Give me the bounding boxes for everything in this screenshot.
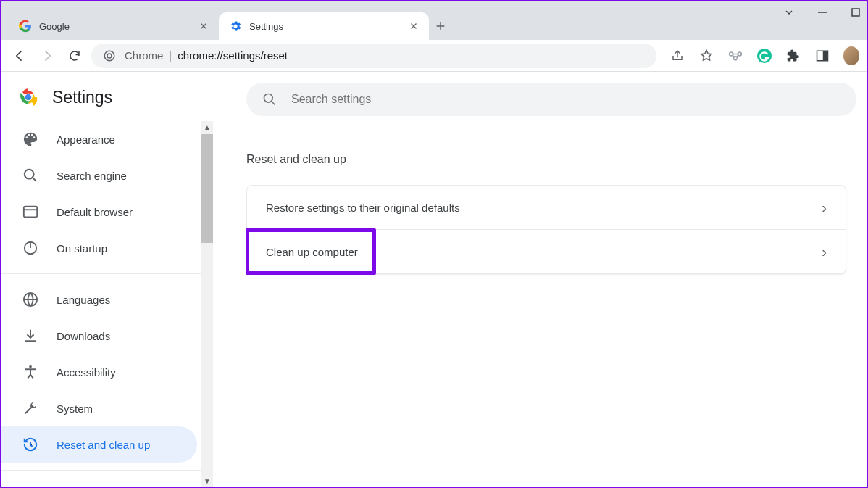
bookmark-star-icon[interactable] [698, 48, 714, 64]
sidebar-label: Appearance [57, 133, 115, 146]
extension-link-icon[interactable] [727, 48, 743, 64]
address-separator: | [169, 49, 172, 62]
browser-icon [22, 203, 39, 220]
row-restore-defaults[interactable]: Restore settings to their original defau… [247, 186, 846, 229]
browser-tab-strip: Google Settings [1, 1, 867, 40]
maximize-button[interactable] [849, 6, 862, 19]
svg-point-10 [25, 94, 31, 100]
sidebar-scrollbar[interactable]: ▲ ▼ [201, 121, 213, 487]
sidebar-label: Search engine [57, 170, 127, 182]
reset-card: Restore settings to their original defau… [246, 185, 846, 274]
power-icon [22, 239, 39, 257]
palette-icon [22, 131, 39, 148]
settings-favicon [229, 20, 242, 33]
sidebar-divider [1, 470, 204, 471]
svg-point-2 [107, 54, 112, 58]
sidebar-label: Accessibility [57, 366, 116, 379]
sidebar-label: Reset and clean up [57, 439, 150, 451]
download-icon [22, 327, 39, 344]
close-tab-icon[interactable] [407, 20, 420, 33]
sidebar-item-reset[interactable]: Reset and clean up [1, 426, 197, 463]
accessibility-icon [22, 363, 39, 381]
back-button[interactable] [9, 45, 30, 67]
search-settings-input[interactable]: Search settings [246, 83, 856, 116]
restore-icon [22, 436, 39, 453]
svg-point-13 [25, 170, 34, 179]
chevron-right-icon: › [822, 244, 827, 260]
svg-point-12 [264, 94, 273, 103]
sidebar-item-on-startup[interactable]: On startup [1, 230, 197, 266]
minimize-button[interactable] [816, 6, 829, 19]
row-clean-up-computer[interactable]: Clean up computer › [247, 230, 846, 273]
sidebar-item-default-browser[interactable]: Default browser [1, 194, 197, 230]
search-icon [22, 167, 39, 184]
close-tab-icon[interactable] [197, 20, 210, 33]
google-favicon [19, 20, 32, 33]
scroll-up-icon[interactable]: ▲ [201, 121, 213, 133]
profile-avatar[interactable] [843, 48, 859, 64]
svg-rect-8 [824, 51, 828, 61]
sidebar-item-search-engine[interactable]: Search engine [1, 157, 197, 194]
sidebar-item-appearance[interactable]: Appearance [1, 121, 197, 157]
grammarly-ext-icon[interactable] [756, 48, 772, 64]
extensions-icon[interactable] [785, 48, 801, 64]
sidebar-item-languages[interactable]: Languages [1, 281, 197, 318]
settings-sidebar: Appearance Search engine Default browser… [1, 121, 213, 487]
sidebar-label: System [57, 402, 93, 415]
tab-settings[interactable]: Settings [219, 12, 429, 40]
sidebar-label: On startup [57, 242, 107, 255]
scroll-down-icon[interactable]: ▼ [201, 475, 213, 487]
row-label: Restore settings to their original defau… [266, 202, 822, 214]
sidebar-item-system[interactable]: System [1, 390, 197, 426]
svg-point-17 [29, 365, 32, 368]
chevron-down-icon[interactable] [783, 6, 796, 19]
sidebar-item-accessibility[interactable]: Accessibility [1, 354, 197, 390]
share-icon[interactable] [669, 48, 685, 64]
chrome-logo-icon [19, 88, 38, 107]
new-tab-button[interactable] [429, 15, 452, 38]
svg-point-1 [104, 51, 114, 61]
settings-main: Reset and clean up Restore settings to t… [226, 128, 867, 487]
sidebar-label: Languages [57, 294, 110, 306]
sidebar-label: Default browser [57, 206, 133, 218]
sidebar-label: Downloads [57, 330, 110, 342]
address-scheme: Chrome [125, 49, 163, 62]
svg-rect-14 [24, 207, 37, 218]
globe-icon [22, 291, 39, 308]
chevron-right-icon: › [822, 199, 827, 216]
reload-button[interactable] [64, 45, 85, 67]
address-bar[interactable]: Chrome | chrome://settings/reset [91, 44, 656, 68]
section-title: Reset and clean up [246, 153, 846, 166]
page-title: Settings [52, 88, 112, 107]
scrollbar-thumb[interactable] [201, 134, 213, 243]
toolbar-actions [669, 48, 859, 64]
search-icon [262, 92, 277, 107]
window-controls [783, 1, 862, 23]
svg-rect-0 [852, 9, 859, 16]
wrench-icon [22, 400, 39, 417]
forward-button[interactable] [36, 45, 58, 67]
tab-title: Settings [249, 21, 407, 32]
toolbar: Chrome | chrome://settings/reset [1, 40, 867, 72]
chrome-address-icon [103, 49, 116, 62]
tab-google[interactable]: Google [9, 12, 219, 40]
sidebar-item-downloads[interactable]: Downloads [1, 318, 197, 354]
sidebar-divider [1, 273, 204, 274]
search-placeholder: Search settings [291, 93, 371, 106]
sidepanel-icon[interactable] [814, 48, 830, 64]
address-path: chrome://settings/reset [178, 49, 288, 62]
row-label: Clean up computer [266, 246, 822, 258]
tab-title: Google [39, 21, 197, 32]
settings-header: Settings Search settings [1, 73, 867, 121]
